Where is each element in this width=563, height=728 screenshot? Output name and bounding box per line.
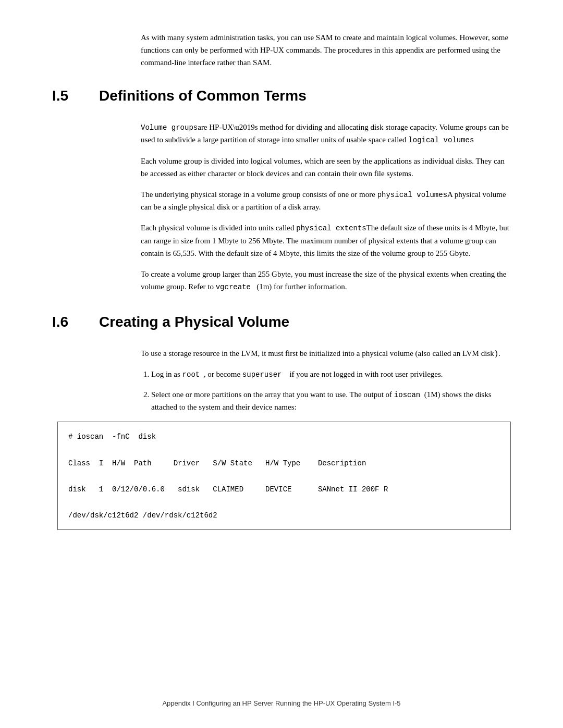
root-ref: root — [182, 371, 200, 379]
code-block: # ioscan -fnC disk Class I H/W Path Driv… — [57, 422, 511, 530]
volume-groups-label: Volume groups — [141, 123, 198, 131]
code-line-2 — [68, 443, 500, 456]
intro-paragraph: As with many system administration tasks… — [141, 31, 511, 69]
code-line-5: disk 1 0/12/0/0.6.0 sdisk CLAIMED DEVICE… — [68, 483, 500, 496]
section-15-heading: I.5 Definitions of Common Terms — [52, 88, 511, 104]
code-line-3: Class I H/W Path Driver S/W State H/W Ty… — [68, 457, 500, 470]
section-15-para-5: To create a volume group larger than 255… — [141, 268, 511, 293]
step-2: Select one or more partitions on the arr… — [151, 388, 511, 413]
section-15-para-3: The underlying physical storage in a vol… — [141, 188, 511, 213]
code-line-7: /dev/dsk/c12t6d2 /dev/rdsk/c12t6d2 — [68, 509, 500, 522]
footer-text: Appendix I Configuring an HP Server Runn… — [162, 699, 400, 707]
section-16-heading: I.6 Creating a Physical Volume — [52, 314, 511, 330]
section-16-number: I.6 — [52, 314, 99, 330]
step-1: Log in as root , or become superuser if … — [151, 368, 511, 380]
ioscan-ref: ioscan — [394, 391, 420, 399]
section-15-para-1: Volume groupsare HP-UX\u2019s method for… — [141, 121, 511, 146]
section-16-body: To use a storage resource in the LVM, it… — [141, 347, 511, 413]
section-15-number: I.5 — [52, 88, 99, 104]
physical-extents-label: physical extents — [296, 224, 366, 232]
intro-block: As with many system administration tasks… — [141, 31, 511, 69]
section-15-title: Definitions of Common Terms — [99, 88, 307, 104]
logical-volumes-label: logical volumes — [408, 136, 474, 144]
code-line-1: # ioscan -fnC disk — [68, 430, 500, 443]
footer: Appendix I Configuring an HP Server Runn… — [0, 699, 563, 707]
section-15-para-2: Each volume group is divided into logica… — [141, 155, 511, 180]
superuser-ref: superuser — [242, 371, 282, 379]
page: As with many system administration tasks… — [0, 0, 563, 728]
section-15-para-4: Each physical volume is divided into uni… — [141, 221, 511, 259]
section-16-title: Creating a Physical Volume — [99, 314, 289, 330]
section-16-intro: To use a storage resource in the LVM, it… — [141, 347, 511, 360]
code-line-6 — [68, 496, 500, 509]
code-line-4 — [68, 470, 500, 483]
section-16-steps: Log in as root , or become superuser if … — [151, 368, 511, 413]
physical-volumes-label: physical volumes — [377, 191, 447, 199]
vgcreate-ref: vgcreate — [216, 283, 251, 291]
section-15-body: Volume groupsare HP-UX\u2019s method for… — [141, 121, 511, 293]
